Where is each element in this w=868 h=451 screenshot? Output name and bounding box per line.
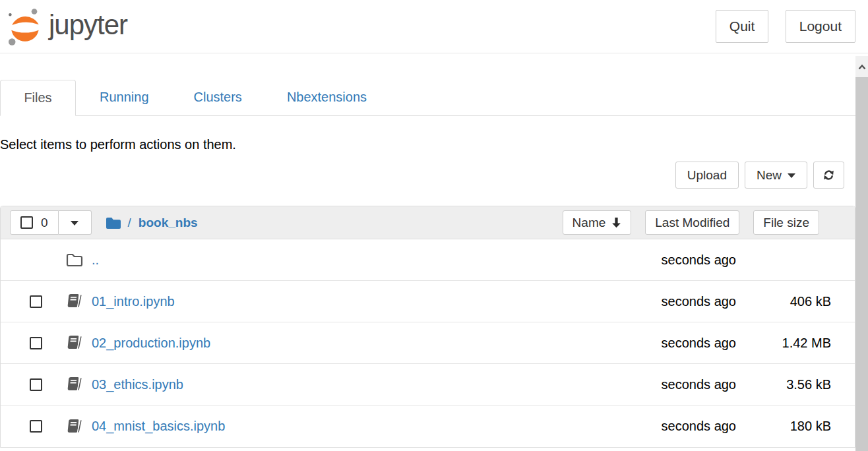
modified-label: seconds ago — [611, 253, 736, 268]
selected-count: 0 — [41, 216, 48, 230]
size-label: 406 kB — [736, 294, 855, 309]
modified-label: seconds ago — [611, 336, 736, 351]
app-header: jupyter Quit Logout — [0, 0, 868, 53]
tab-running[interactable]: Running — [85, 80, 164, 116]
notebook-icon — [65, 376, 85, 392]
tab-files[interactable]: Files — [0, 80, 76, 116]
caret-down-icon — [788, 173, 795, 178]
jupyter-logo-text: jupyter — [49, 9, 127, 41]
folder-icon[interactable] — [106, 216, 121, 229]
notebook-list: 0 / book_nbs Name — [0, 206, 855, 448]
size-label: 3.56 kB — [736, 377, 855, 392]
refresh-button[interactable] — [813, 162, 844, 189]
new-dropdown-button[interactable]: New — [745, 162, 807, 189]
table-row: 03_ethics.ipynb seconds ago 3.56 kB — [1, 364, 855, 406]
upload-button[interactable]: Upload — [675, 162, 739, 189]
list-header-row: 0 / book_nbs Name — [1, 206, 855, 239]
quit-button[interactable]: Quit — [716, 10, 769, 43]
notebook-icon — [65, 419, 85, 435]
select-dropdown-button[interactable] — [59, 210, 92, 235]
table-row: 02_production.ipynb seconds ago 1.42 MB — [1, 322, 855, 364]
scrollbar[interactable] — [855, 56, 868, 451]
session-buttons: Quit Logout — [702, 10, 855, 43]
modified-label: seconds ago — [611, 419, 736, 434]
main-content: Files Running Clusters Nbextensions Sele… — [0, 80, 855, 448]
modified-label: seconds ago — [611, 377, 736, 392]
breadcrumb-root-link[interactable]: / — [128, 216, 131, 230]
file-link[interactable]: 03_ethics.ipynb — [92, 377, 183, 392]
modified-label: seconds ago — [611, 294, 736, 309]
notebook-icon — [65, 293, 85, 309]
scroll-up-button[interactable] — [855, 56, 868, 77]
table-row: 04_mnist_basics.ipynb seconds ago 180 kB — [1, 406, 855, 447]
table-row: 01_intro.ipynb seconds ago 406 kB — [1, 281, 855, 322]
list-toolbar: Upload New — [0, 162, 855, 189]
size-label: 180 kB — [736, 419, 855, 434]
new-button-label: New — [757, 168, 782, 183]
chevron-up-icon — [858, 64, 866, 70]
jupyter-logo[interactable]: jupyter — [4, 3, 127, 49]
sort-file-size-button[interactable]: File size — [753, 210, 819, 235]
breadcrumb: / book_nbs — [106, 216, 198, 230]
tab-clusters[interactable]: Clusters — [179, 80, 257, 116]
table-row-parent: .. seconds ago — [1, 239, 855, 281]
file-link[interactable]: .. — [92, 253, 99, 268]
logout-button[interactable]: Logout — [786, 10, 855, 43]
row-checkbox[interactable] — [30, 378, 42, 391]
arrow-down-icon — [611, 217, 621, 228]
sort-name-button[interactable]: Name — [563, 210, 632, 235]
row-checkbox[interactable] — [30, 337, 42, 349]
sort-last-modified-button[interactable]: Last Modified — [645, 210, 739, 235]
size-label: 1.42 MB — [736, 336, 855, 351]
file-link[interactable]: 04_mnist_basics.ipynb — [92, 419, 225, 434]
tab-nbextensions[interactable]: Nbextensions — [272, 80, 381, 116]
row-checkbox[interactable] — [30, 420, 42, 433]
select-all-group: 0 — [10, 210, 92, 235]
caret-down-icon — [71, 221, 78, 226]
select-items-message: Select items to perform actions on them. — [0, 137, 855, 152]
select-all-checkbox[interactable] — [20, 216, 33, 229]
file-link[interactable]: 01_intro.ipynb — [92, 294, 175, 309]
tab-bar: Files Running Clusters Nbextensions — [0, 80, 855, 116]
refresh-icon — [822, 169, 835, 181]
sort-name-label: Name — [573, 216, 606, 230]
row-checkbox[interactable] — [30, 295, 42, 308]
file-link[interactable]: 02_production.ipynb — [92, 336, 210, 351]
select-all-button[interactable]: 0 — [10, 210, 59, 235]
breadcrumb-current-folder[interactable]: book_nbs — [139, 216, 198, 230]
jupyter-logo-icon — [4, 3, 45, 49]
scrollbar-thumb[interactable] — [855, 77, 868, 451]
folder-open-icon — [66, 253, 84, 267]
notebook-icon — [65, 335, 85, 351]
sort-buttons: Name Last Modified File size — [549, 210, 819, 235]
